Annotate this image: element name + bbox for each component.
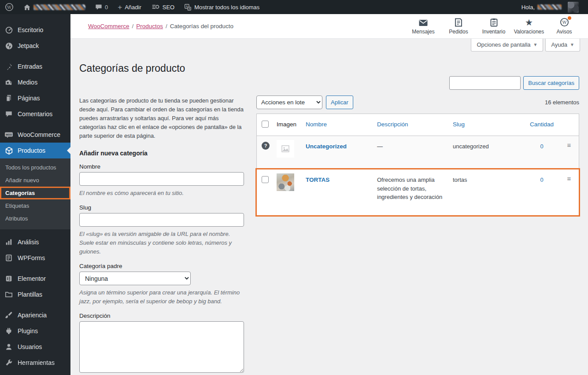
select-all-checkbox[interactable] (262, 121, 269, 128)
page-title: Categorías de producto (79, 62, 588, 75)
add-category-panel: Las categorías de producto de tu tienda … (79, 76, 244, 375)
seo-label: SEO (163, 4, 174, 11)
category-count-link[interactable]: 0 (540, 143, 543, 150)
sidebar-item-productos[interactable]: Productos (0, 143, 70, 158)
sidebar-item-herramientas[interactable]: Herramientas (0, 355, 70, 371)
sidebar-item-wpforms[interactable]: WPForms (0, 250, 70, 266)
activity-valoraciones[interactable]: ★ Valoraciones (511, 18, 547, 35)
column-header-descripcion[interactable]: Descripción (377, 121, 408, 128)
categories-list-panel: Buscar categorías Acciones en lote Aplic… (256, 76, 579, 216)
column-header-nombre[interactable]: Nombre (306, 121, 327, 128)
chevron-down-icon: ▼ (533, 42, 538, 47)
order-note-icon (455, 18, 462, 27)
admin-sidebar: Escritorio Jetpack Entradas Medios Págin… (0, 14, 70, 375)
sidebar-item-apariencia[interactable]: Apariencia (0, 307, 70, 323)
breadcrumb-woocommerce[interactable]: WooCommerce (88, 23, 129, 29)
breadcrumb-productos[interactable]: Productos (136, 23, 163, 29)
description-field[interactable] (79, 321, 244, 373)
activity-panel: Mensajes Pedidos Inventario ★ Valoracion… (406, 18, 582, 35)
default-category-help-icon[interactable]: ? (262, 142, 270, 150)
screen-meta-tabs: Opciones de pantalla ▼ Ayuda ▼ (70, 39, 588, 51)
activity-mensajes[interactable]: Mensajes (406, 18, 441, 35)
parent-category-select[interactable]: Ninguna (79, 272, 191, 285)
submenu-item-categorias[interactable]: Categorías (0, 187, 70, 199)
comments-menu[interactable]: 0 (90, 0, 113, 14)
clipboard-form-icon (4, 254, 13, 262)
column-header-cantidad[interactable]: Cantidad (530, 121, 554, 128)
product-box-icon (4, 146, 13, 155)
activity-pedidos[interactable]: Pedidos (441, 18, 476, 35)
svg-text:W: W (7, 5, 11, 10)
comments-count: 0 (105, 4, 108, 11)
submenu-item-anadir-nuevo[interactable]: Añadir nuevo (0, 174, 70, 187)
my-account-menu[interactable]: Hola, (517, 0, 584, 14)
description-label: Descripción (79, 312, 244, 319)
sidebar-item-analisis[interactable]: Análisis (0, 234, 70, 250)
image-placeholder (277, 140, 294, 158)
bar-chart-icon (4, 238, 13, 246)
sidebar-item-plantillas[interactable]: Plantillas (0, 287, 70, 302)
wordpress-logo-icon: W (5, 3, 14, 11)
comment-bubble-icon (95, 4, 102, 11)
translate-icon: A (184, 4, 192, 11)
parent-category-label: Categoría padre (79, 263, 244, 269)
help-tab[interactable]: Ayuda ▼ (545, 39, 580, 51)
languages-menu[interactable]: A Mostrar todos los idiomas (179, 0, 264, 14)
column-header-slug[interactable]: Slug (453, 121, 465, 128)
table-row-uncategorized: ? Uncategorized — uncategorized 0 ≡ (257, 136, 579, 169)
apply-button[interactable]: Aplicar (326, 96, 353, 109)
slug-field[interactable] (79, 213, 244, 227)
taxonomy-intro-text: Las categorías de producto de tu tienda … (79, 96, 244, 141)
drag-handle-icon[interactable]: ≡ (560, 169, 578, 182)
sidebar-item-elementor[interactable]: Elementor (0, 271, 70, 287)
category-description: — (374, 136, 449, 157)
category-thumbnail (277, 173, 294, 191)
envelope-icon (418, 18, 428, 27)
screen-options-tab[interactable]: Opciones de pantalla ▼ (471, 39, 543, 51)
activity-label: Mensajes (412, 29, 434, 35)
woocommerce-badge-icon: WOO (4, 130, 13, 139)
site-name-redacted (33, 4, 85, 10)
sidebar-item-comentarios[interactable]: Comentarios (0, 106, 70, 122)
sidebar-item-usuarios[interactable]: Usuarios (0, 339, 70, 355)
sidebar-item-entradas[interactable]: Entradas (0, 59, 70, 74)
category-name-link[interactable]: Uncategorized (306, 143, 347, 150)
sidebar-item-paginas[interactable]: Páginas (0, 90, 70, 106)
items-count: 16 elementos (545, 99, 579, 106)
search-input[interactable] (449, 76, 521, 90)
category-slug: uncategorized (449, 136, 523, 157)
activity-label: Inventario (482, 29, 506, 35)
category-name-link[interactable]: TORTAS (306, 176, 329, 183)
jetpack-icon (4, 41, 13, 50)
svg-text:W: W (562, 20, 567, 25)
sidebar-item-escritorio[interactable]: Escritorio (0, 22, 70, 38)
sidebar-item-jetpack[interactable]: Jetpack (0, 38, 70, 54)
category-count-link[interactable]: 0 (540, 176, 543, 183)
sidebar-item-medios[interactable]: Medios (0, 74, 70, 90)
drag-handle-icon[interactable]: ≡ (560, 136, 578, 149)
activity-avisos[interactable]: W Avisos (547, 18, 582, 35)
submenu-item-todos-los-productos[interactable]: Todos los productos (0, 161, 70, 174)
sidebar-item-label: Elementor (18, 275, 46, 282)
sidebar-item-label: Medios (18, 79, 37, 86)
new-content-menu[interactable]: + Añadir (113, 0, 146, 14)
seo-menu[interactable]: SEO (146, 0, 179, 14)
pushpin-icon (4, 62, 13, 71)
parent-category-help-text: Asigna un término superior para crear un… (79, 288, 244, 306)
sidebar-item-ajustes[interactable]: Ajustes (0, 371, 70, 375)
row-checkbox[interactable] (262, 176, 269, 183)
user-icon (4, 342, 13, 351)
sidebar-item-woocommerce[interactable]: WOO WooCommerce (0, 127, 70, 143)
name-field[interactable] (79, 172, 244, 186)
visit-site-link[interactable] (18, 0, 90, 14)
bulk-actions-select[interactable]: Acciones en lote (256, 96, 322, 109)
sidebar-item-plugins[interactable]: Plugins (0, 323, 70, 339)
comment-bubble-icon (4, 110, 13, 118)
submenu-item-etiquetas[interactable]: Etiquetas (0, 199, 70, 212)
screen-options-label: Opciones de pantalla (477, 41, 530, 48)
search-categories-button[interactable]: Buscar categorías (523, 76, 579, 90)
activity-inventario[interactable]: Inventario (476, 18, 511, 35)
wordpress-logo-menu[interactable]: W (0, 0, 18, 14)
submenu-item-atributos[interactable]: Atributos (0, 212, 70, 225)
pages-icon (4, 94, 13, 103)
